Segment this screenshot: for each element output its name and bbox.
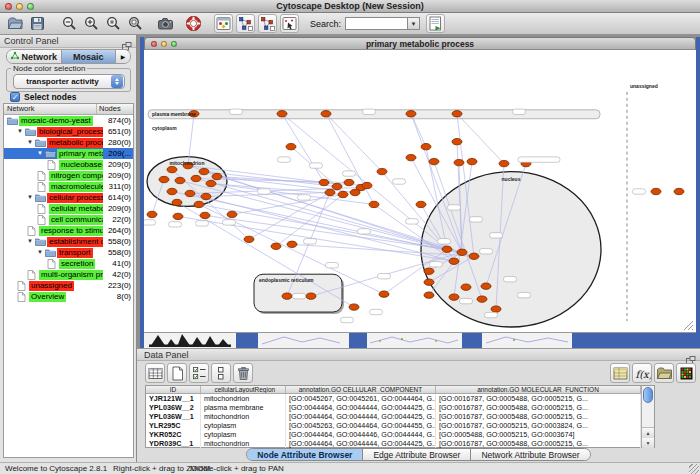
attribute-pair-icon[interactable] [211,363,231,383]
table-row[interactable]: YPL036W__2plasma membrane[GO:0044464, GO… [146,403,654,412]
expand-arrow-icon[interactable]: ▼ [37,247,45,258]
zoom-selected-icon[interactable] [104,14,123,33]
column-header[interactable]: annotation.GO CELLULAR_COMPONENT [286,386,436,393]
table-cell: YPL036W__2 [146,403,201,412]
expand-arrow-icon[interactable]: ▼ [37,148,45,159]
tree-header: Network Nodes [4,104,133,115]
node-count: 223(0) [108,280,131,291]
tree-col-network[interactable]: Network [4,104,97,114]
tree-row-biological-process[interactable]: ▼biological_process651(0) [4,126,133,137]
layout-network-a-icon[interactable] [236,14,255,33]
tab-edge-attribute-browser[interactable]: Edge Attribute Browser [363,449,471,460]
network-tab-icon [10,51,19,62]
table-row[interactable]: YDR039C__1mitochondrion[GO:0044464, GO:0… [146,439,654,448]
data-panel: Data Panel f(x) ID_cellularLayoutRegiona… [137,348,700,462]
tree-row-transport[interactable]: ▼transport558(0) [4,247,133,258]
canvas-resize-grip[interactable] [684,321,693,330]
svg-text:unassigned: unassigned [630,83,658,89]
new-attribute-icon[interactable] [167,363,187,383]
tree-row-establishment-of-lo[interactable]: ▼establishment of lo558(0) [4,236,133,247]
column-header[interactable]: annotation.GO MOLECULAR_FUNCTION [436,386,641,393]
data-panel-toolbar: f(x) [137,361,700,385]
expand-arrow-icon[interactable]: ▼ [27,236,35,247]
zoom-fit-icon[interactable] [126,14,145,33]
main-toolbar: Search: ▼ [0,13,700,35]
attribute-table-grid: ID_cellularLayoutRegionannotation.GO CEL… [146,386,654,448]
folder-icon [7,116,19,125]
search-dropdown-arrow-icon[interactable]: ▼ [407,17,420,30]
network-name-chip: primary metabo [57,149,103,159]
tree-row-response-to-stimulu[interactable]: response to stimulu264(0) [4,225,133,236]
tree-row-cellular-process[interactable]: ▼cellular process614(0) [4,192,133,203]
scroll-up-icon[interactable]: ▲ [642,428,654,438]
resize-grip[interactable] [689,464,699,474]
tree-row-unassigned[interactable]: unassigned223(0) [4,280,133,291]
table-row[interactable]: YKR052Ccytoplasm[GO:0044464, GO:0044446,… [146,430,654,439]
status-bar: Welcome to Cytoscape 2.8.1 Right-click +… [0,462,700,474]
tree-row-cellular-metabo[interactable]: cellular metabo209(0) [4,203,133,214]
delete-attribute-icon[interactable] [233,363,253,383]
tree-row-multi-organism-pro[interactable]: multi-organism pro42(0) [4,269,133,280]
formula-fx-icon[interactable]: f(x) [632,363,652,383]
attribute-table-icon[interactable] [610,363,630,383]
selection-window-icon[interactable] [280,14,299,33]
expand-arrow-icon[interactable]: ▼ [27,137,35,148]
background-windows-strip [144,332,696,348]
select-nodes-checkbox[interactable]: ✓ [10,92,20,102]
network-canvas[interactable]: plasma membranecytoplasmmitochondrionnuc… [144,50,696,332]
tree-row-metabolic-process[interactable]: ▼metabolic process280(0) [4,137,133,148]
node-count: 614(0) [108,192,131,203]
node-count: 651(0) [108,126,131,137]
search-input[interactable] [345,17,407,30]
table-scrollbar[interactable]: ▲ ▼ [641,386,654,447]
tree-row-cell-communicat[interactable]: cell communicat22(0) [4,214,133,225]
table-row[interactable]: YPL036W__1mitochondrion[GO:0044464, GO:0… [146,412,654,421]
expand-arrow-icon[interactable]: ▼ [17,126,25,137]
matrix-view-icon[interactable] [676,363,696,383]
open-folder-icon[interactable] [654,363,674,383]
vizmapper-window-icon[interactable] [214,14,233,33]
save-icon[interactable] [28,14,47,33]
tab-mosaic[interactable]: Mosaic [62,50,117,63]
zoom-in-icon[interactable] [82,14,101,33]
import-table-icon[interactable] [426,14,445,33]
network-name-chip: cell communicat [49,215,103,225]
node-color-dropdown[interactable]: transporter activity [13,74,125,89]
column-header[interactable]: _cellularLayoutRegion [201,386,286,393]
table-cell: mitochondrion [201,412,286,421]
zoom-out-icon[interactable] [60,14,79,33]
tree-row-mosaic-demo-yeast[interactable]: mosaic-demo-yeast874(0) [4,115,133,126]
network-view-titlebar[interactable]: primary metabolic process [144,37,696,50]
layout-network-b-icon[interactable] [258,14,277,33]
tree-row-secretion[interactable]: secretion41(0) [4,258,133,269]
attribute-toolbar-left [145,363,255,383]
tab-network-attribute-browser[interactable]: Network Attribute Browser [471,449,589,460]
more-tabs-arrow-icon[interactable]: ▶ [116,50,130,63]
tree-row-macromolecule[interactable]: macromolecule311(0) [4,181,133,192]
table-row[interactable]: YLR295Ccytoplasm[GO:0045263, GO:0044464,… [146,421,654,430]
attribute-grid-icon[interactable] [145,363,165,383]
scrollbar-arrows: ▲ ▼ [642,427,654,447]
attribute-toolbar-right: f(x) [610,363,698,383]
table-header-row: ID_cellularLayoutRegionannotation.GO CEL… [146,386,654,394]
network-name-chip: Overview [29,292,66,302]
tree-row-overview[interactable]: Overview8(0) [4,291,133,302]
tree-row-nitrogen-compo[interactable]: nitrogen compo209(0) [4,170,133,181]
tab-node-attribute-browser[interactable]: Node Attribute Browser [247,449,363,460]
table-cell: [GO:0045263, GO:0044464, GO:0044455, G..… [286,421,436,430]
attribute-checklist-icon[interactable] [189,363,209,383]
column-header[interactable]: ID [146,386,201,393]
tree-row-nucleobase-[interactable]: nucleobase-209(0) [4,159,133,170]
table-row[interactable]: YJR121W__1mitochondrion[GO:0045267, GO:0… [146,394,654,403]
svg-text:endoplasmic reticulum: endoplasmic reticulum [259,277,314,283]
scrollbar-thumb[interactable] [643,387,653,403]
dropdown-value: transporter activity [14,77,111,86]
open-file-icon[interactable] [6,14,25,33]
tab-network[interactable]: Network [7,50,62,63]
tree-col-nodes[interactable]: Nodes [97,104,133,114]
tree-row-primary-metabo[interactable]: ▼primary metabo209(... [4,148,133,159]
scroll-down-icon[interactable]: ▼ [642,438,654,448]
help-lifesaver-icon[interactable] [184,14,203,33]
camera-snapshot-icon[interactable] [156,14,175,33]
expand-arrow-icon[interactable]: ▼ [27,192,35,203]
